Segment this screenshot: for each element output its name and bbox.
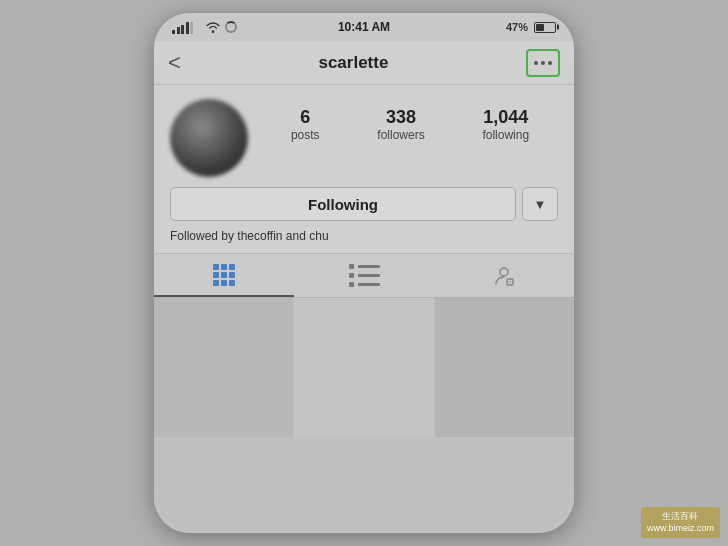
more-dot-2: [541, 61, 545, 65]
grid-dot: [213, 272, 219, 278]
followed-by-text: Followed by thecoffin and chu: [170, 229, 558, 243]
status-time: 10:41 AM: [338, 20, 390, 34]
list-thumb: [349, 264, 354, 269]
tab-tagged[interactable]: [434, 254, 574, 297]
more-options-button[interactable]: [526, 49, 560, 77]
list-line: [349, 282, 380, 287]
grid-icon: [213, 264, 235, 286]
phone-screen: 10:41 AM 47% < scarlette: [154, 13, 574, 533]
phone-frame: 10:41 AM 47% < scarlette: [0, 0, 728, 546]
list-text-bar: [358, 283, 380, 286]
grid-dot: [221, 280, 227, 286]
tab-grid[interactable]: [154, 254, 294, 297]
signal-strength-icon: [172, 21, 193, 34]
svg-point-0: [500, 268, 508, 276]
followed-by-label: Followed by thecoffin: [170, 229, 283, 243]
followers-count: 338: [386, 107, 416, 128]
list-icon: [349, 264, 380, 287]
following-count: 1,044: [483, 107, 528, 128]
and-chu-text: and chu: [286, 229, 329, 243]
list-text-bar: [358, 265, 380, 268]
battery-percentage: 47%: [506, 21, 528, 33]
more-dot-3: [548, 61, 552, 65]
following-label: following: [482, 128, 529, 142]
grid-dot: [221, 264, 227, 270]
loading-spinner-icon: [225, 21, 237, 33]
action-row: Following ▼: [170, 187, 558, 221]
wifi-icon: [205, 21, 221, 33]
posts-stat: 6 posts: [291, 107, 320, 142]
grid-dot: [221, 272, 227, 278]
grid-dot: [213, 264, 219, 270]
profile-section: 6 posts 338 followers 1,044 following Fo…: [154, 85, 574, 254]
list-thumb: [349, 282, 354, 287]
more-dot-1: [534, 61, 538, 65]
list-line: [349, 264, 380, 269]
grid-dot: [229, 264, 235, 270]
list-thumb: [349, 273, 354, 278]
posts-count: 6: [300, 107, 310, 128]
photo-grid: [154, 298, 574, 533]
page-title: scarlette: [318, 53, 388, 73]
signal-area: [172, 21, 237, 34]
grid-dot: [213, 280, 219, 286]
grid-dot: [229, 272, 235, 278]
stats-row: 6 posts 338 followers 1,044 following: [262, 99, 558, 142]
followers-label: followers: [377, 128, 424, 142]
watermark-line2: www.bimeiz.com: [647, 522, 714, 535]
watermark: 生活百科 www.bimeiz.com: [641, 507, 720, 538]
posts-label: posts: [291, 128, 320, 142]
photo-cell[interactable]: [295, 298, 434, 437]
profile-top: 6 posts 338 followers 1,044 following: [170, 99, 558, 177]
tab-bar: [154, 254, 574, 298]
person-tag-icon: [492, 264, 516, 288]
tab-list[interactable]: [294, 254, 434, 297]
photo-cell[interactable]: [435, 298, 574, 437]
following-stat: 1,044 following: [482, 107, 529, 142]
chevron-down-icon: ▼: [534, 197, 547, 212]
top-nav: < scarlette: [154, 41, 574, 85]
followers-stat: 338 followers: [377, 107, 424, 142]
list-text-bar: [358, 274, 380, 277]
list-line: [349, 273, 380, 278]
back-button[interactable]: <: [168, 50, 181, 76]
battery-icon: [534, 22, 556, 33]
watermark-line1: 生活百科: [647, 510, 714, 523]
avatar: [170, 99, 248, 177]
grid-dot: [229, 280, 235, 286]
photo-cell[interactable]: [154, 298, 293, 437]
battery-area: 47%: [506, 21, 556, 33]
status-bar: 10:41 AM 47%: [154, 13, 574, 41]
following-button[interactable]: Following: [170, 187, 516, 221]
dropdown-button[interactable]: ▼: [522, 187, 558, 221]
